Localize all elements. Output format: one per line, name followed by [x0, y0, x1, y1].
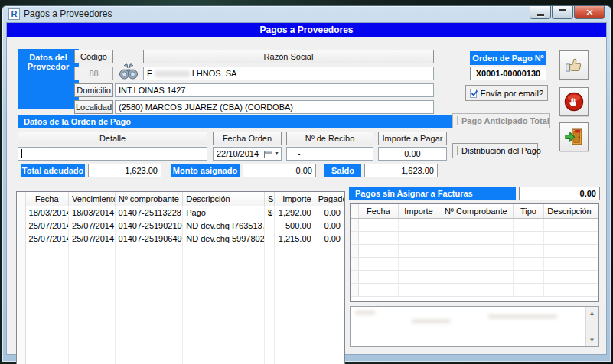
empty-row	[351, 231, 598, 244]
empty-cell	[69, 258, 115, 271]
date-picker-button[interactable]: ▼	[259, 149, 279, 158]
codigo-value: 88	[74, 67, 113, 80]
column-header[interactable]: Descripción	[544, 204, 598, 218]
empty-cell	[358, 231, 399, 244]
scroll-up-icon[interactable]: ▲	[586, 307, 598, 319]
pago-anticipado-checkbox[interactable]: Pago Anticipado Total	[452, 113, 550, 128]
notes-scrollbar[interactable]: ▲ ▼	[585, 307, 598, 346]
column-header[interactable]: Nº Comprobante	[439, 204, 513, 218]
empty-cell	[183, 297, 265, 310]
empty-row	[351, 244, 598, 257]
column-header[interactable]: Fecha	[25, 192, 68, 206]
row-selector[interactable]	[17, 206, 25, 219]
maximize-button[interactable]	[552, 6, 573, 19]
table-cell: 01407-25190210	[115, 219, 183, 232]
column-header[interactable]: S	[265, 192, 275, 206]
column-header[interactable]: Vencimiento	[69, 192, 115, 206]
detalle-header-button[interactable]: Detalle	[18, 132, 207, 145]
table-cell: 1,292.00	[275, 206, 315, 219]
confirm-button[interactable]	[559, 50, 589, 80]
empty-cell	[17, 258, 25, 271]
empty-cell	[115, 245, 183, 258]
table-row[interactable]: 25/07/201425/07/201401407-25190649ND dev…	[17, 232, 344, 245]
pago-anticipado-label: Pago Anticipado Total	[461, 114, 549, 128]
table-row[interactable]: 25/07/201425/07/201401407-25190210ND dev…	[17, 219, 344, 232]
empty-cell	[115, 258, 183, 271]
distribucion-pago-checkbox[interactable]: Distribución del Pago	[452, 143, 538, 158]
table-cell: 25/07/2014	[69, 232, 115, 245]
column-header[interactable]: Tipo	[513, 204, 543, 218]
razon-social-value: FI HNOS. SA	[143, 67, 434, 80]
column-header[interactable]: Descripción	[183, 192, 265, 206]
envia-email-checkbox[interactable]: Envía por email?	[465, 85, 548, 101]
table-cell: 25/07/2014	[25, 232, 68, 245]
table-row[interactable]: 18/03/201418/03/201401407-25113228Pago$1…	[17, 206, 344, 219]
orden-pago-header: Orden de Pago Nº	[470, 51, 546, 65]
empty-cell	[513, 257, 543, 270]
empty-cell	[183, 323, 265, 336]
exit-button[interactable]	[559, 122, 589, 151]
razon-social-header-button[interactable]: Razón Social	[143, 50, 434, 63]
detalle-input[interactable]	[18, 147, 207, 161]
empty-cell	[315, 310, 344, 323]
recibo-input[interactable]: -	[286, 147, 373, 161]
column-header[interactable]: Importe	[399, 204, 439, 218]
fecha-orden-value: 22/10/2014	[217, 149, 259, 158]
empty-cell	[183, 284, 265, 297]
empty-cell	[17, 323, 25, 336]
close-button[interactable]	[574, 6, 605, 19]
codigo-header-button[interactable]: Código	[74, 50, 113, 63]
row-selector[interactable]	[17, 232, 25, 245]
empty-cell	[439, 244, 513, 257]
monto-asignado-value: 0.00	[243, 164, 316, 177]
column-header[interactable]: Importe	[275, 192, 315, 206]
column-header[interactable]: Nº comprobante	[115, 192, 183, 206]
empty-cell	[315, 284, 344, 297]
empty-cell	[265, 336, 275, 349]
empty-cell	[17, 245, 25, 258]
empty-cell	[315, 271, 344, 284]
pagos-sin-asignar-total: 0.00	[519, 187, 600, 200]
empty-cell	[544, 218, 598, 231]
fecha-orden-input[interactable]: 22/10/2014 ▼	[213, 147, 282, 161]
column-header[interactable]: Fecha	[358, 204, 399, 218]
importe-header-button[interactable]: Importe a Pagar	[378, 132, 447, 145]
minimize-button[interactable]	[530, 6, 551, 19]
empty-cell	[544, 270, 598, 283]
titlebar[interactable]: R Pagos a Proveedores	[2, 6, 611, 22]
empty-row	[17, 258, 344, 271]
table-cell: 18/03/2014	[25, 206, 68, 219]
empty-cell	[439, 270, 513, 283]
empty-cell	[25, 284, 68, 297]
empty-cell	[275, 349, 315, 362]
window-body: Pagos a Proveedores Datos del Proveedor …	[6, 22, 607, 355]
text-caret	[21, 149, 22, 158]
empty-cell	[544, 283, 598, 296]
domicilio-header-button[interactable]: Domicilio	[74, 83, 113, 97]
empty-cell	[183, 310, 265, 323]
table-cell: 1,215.00	[275, 232, 315, 245]
cancel-button[interactable]	[559, 87, 589, 116]
recibo-header-button[interactable]: Nº de Recibo	[286, 132, 373, 145]
scroll-down-icon[interactable]: ▼	[586, 334, 598, 346]
row-selector[interactable]	[17, 219, 25, 232]
app-icon: R	[8, 8, 20, 20]
fecha-orden-header-button[interactable]: Fecha Orden	[213, 132, 282, 145]
empty-cell	[358, 270, 399, 283]
redacted-text	[355, 310, 375, 315]
razon-social-suffix: I HNOS. SA	[192, 69, 237, 78]
empty-cell	[275, 245, 315, 258]
empty-cell	[399, 270, 439, 283]
empty-cell	[183, 336, 265, 349]
notes-box[interactable]: ▲ ▼	[350, 306, 599, 347]
empty-cell	[275, 297, 315, 310]
empty-cell	[265, 349, 275, 362]
importe-pagar-input[interactable]: 0.00	[378, 147, 447, 161]
localidad-header-button[interactable]: Localidad	[74, 100, 113, 114]
empty-cell	[544, 257, 598, 270]
monto-asignado-label: Monto asignado	[171, 164, 240, 177]
empty-cell	[439, 257, 513, 270]
search-provider-button[interactable]	[116, 61, 141, 83]
column-header[interactable]: Pagado	[315, 192, 344, 206]
stop-hand-icon	[563, 91, 585, 112]
